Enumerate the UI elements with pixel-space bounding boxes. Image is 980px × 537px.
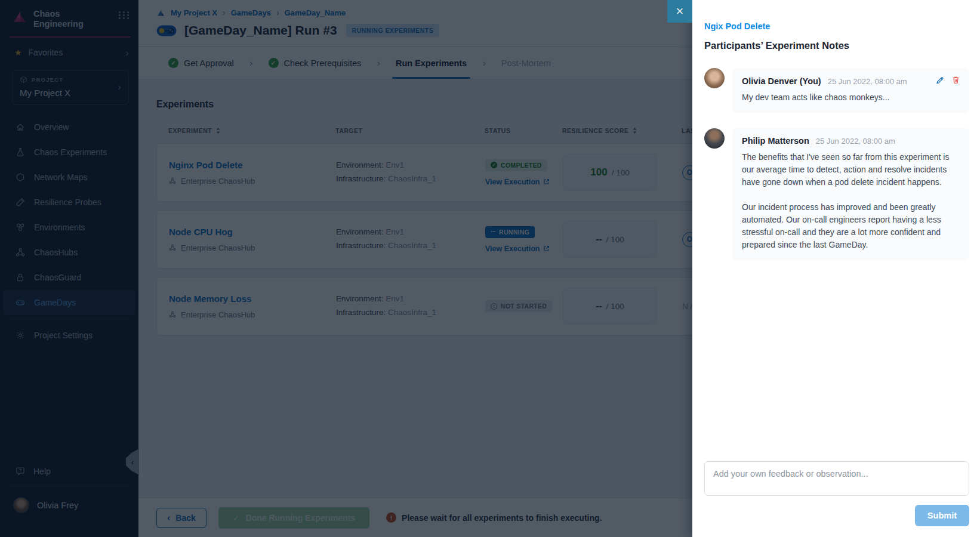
drawer-title: Participants’ Experiment Notes <box>704 40 969 51</box>
feedback-composer: Submit <box>704 461 969 526</box>
avatar <box>704 128 725 149</box>
submit-button[interactable]: Submit <box>915 505 969 526</box>
modal-overlay[interactable] <box>0 0 692 537</box>
comment: Philip Matterson 25 Jun 2022, 08:00 am T… <box>704 128 969 260</box>
comment-body: The benefits that I've seen so far from … <box>742 151 960 251</box>
edit-icon[interactable] <box>936 76 944 84</box>
feedback-input[interactable] <box>704 461 969 496</box>
comment-timestamp: 25 Jun 2022, 08:00 am <box>828 77 907 86</box>
avatar <box>704 68 725 88</box>
comment-author: Philip Matterson <box>742 136 809 146</box>
comment: Olivia Denver (You) 25 Jun 2022, 08:00 a… <box>704 68 969 113</box>
comment-author: Olivia Denver (You) <box>742 76 821 86</box>
comment-body: My dev team acts like chaos monkeys... <box>742 91 960 104</box>
close-icon[interactable] <box>667 0 692 23</box>
experiment-notes-drawer: Ngix Pod Delete Participants’ Experiment… <box>692 0 980 537</box>
drawer-experiment-link[interactable]: Ngix Pod Delete <box>704 21 969 31</box>
delete-icon[interactable] <box>952 76 960 84</box>
comment-timestamp: 25 Jun 2022, 08:00 am <box>816 137 895 146</box>
